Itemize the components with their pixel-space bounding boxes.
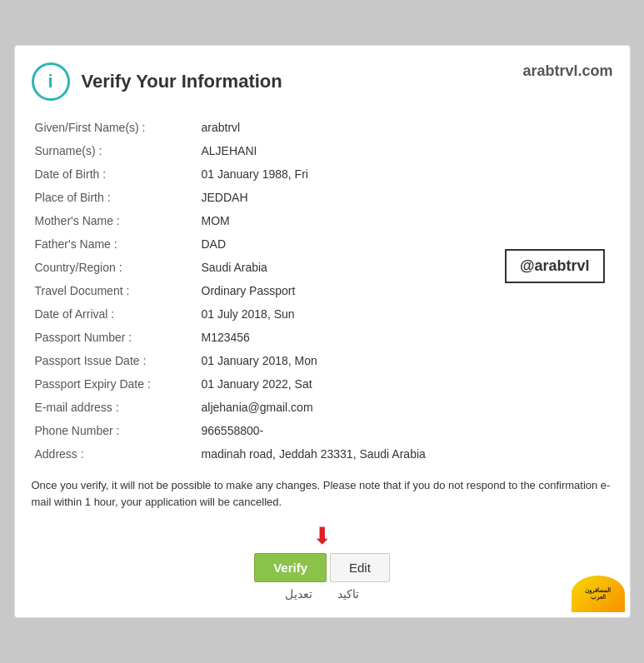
field-label: Place of Birth :	[32, 186, 198, 209]
edit-button[interactable]: Edit	[330, 553, 390, 582]
edit-arabic-label: تعديل	[285, 587, 312, 601]
verify-arabic-label: تاكيد	[337, 587, 359, 601]
field-label: Travel Document :	[32, 279, 198, 302]
verify-button[interactable]: Verify	[254, 553, 327, 582]
field-label: Passport Number :	[32, 326, 198, 349]
field-label: E-mail address :	[32, 396, 198, 419]
watermark-box: @arabtrvl	[505, 249, 605, 283]
field-label: Mother's Name :	[32, 209, 198, 232]
table-row: Mother's Name :MOM	[32, 209, 613, 232]
field-label: Phone Number :	[32, 419, 198, 442]
table-row: Date of Birth :01 January 1988, Fri	[32, 162, 613, 186]
field-value: arabtrvl	[198, 116, 480, 139]
field-value: madinah road, Jeddah 23331, Saudi Arabia	[198, 442, 480, 466]
field-value: Saudi Arabia	[198, 256, 480, 279]
table-row: E-mail address :aljehania@gmail.com	[32, 396, 613, 419]
field-label: Given/First Name(s) :	[32, 116, 198, 139]
table-row: Phone Number :966558800-	[32, 419, 613, 442]
field-label: Date of Arrival :	[32, 302, 198, 326]
table-row: Address :madinah road, Jeddah 23331, Sau…	[32, 442, 613, 466]
field-value: 01 January 2022, Sat	[198, 372, 480, 396]
field-value: MOM	[198, 209, 480, 232]
info-icon: i	[32, 62, 70, 101]
table-row: Given/First Name(s) :arabtrvl	[32, 116, 613, 139]
table-row: Passport Number :M123456	[32, 326, 613, 349]
action-buttons: Verify Edit	[254, 553, 390, 582]
field-label: Passport Issue Date :	[32, 349, 198, 372]
field-value: 01 July 2018, Sun	[198, 302, 480, 326]
watermark-top: arabtrvl.com	[522, 62, 612, 80]
field-value: M123456	[198, 326, 480, 349]
field-label: Date of Birth :	[32, 162, 198, 186]
field-label: Surname(s) :	[32, 139, 198, 162]
table-row: Place of Birth :JEDDAH	[32, 186, 613, 209]
arabic-labels: تاكيد تعديل	[285, 587, 359, 601]
field-value: JEDDAH	[198, 186, 480, 209]
footer-logo: المسافرونالعرب	[572, 576, 625, 612]
field-label: Father's Name :	[32, 232, 198, 256]
field-label: Country/Region :	[32, 256, 198, 279]
field-value: DAD	[198, 232, 480, 256]
field-label: Address :	[32, 442, 198, 466]
button-row: ⬇ Verify Edit تاكيد تعديل	[32, 525, 613, 601]
field-value: Ordinary Passport	[198, 279, 480, 302]
table-row: Date of Arrival :01 July 2018, Sun	[32, 302, 613, 326]
table-row: Passport Issue Date :01 January 2018, Mo…	[32, 349, 613, 372]
arrow-down-icon: ⬇	[312, 525, 332, 548]
table-row: Surname(s) :ALJEHANI	[32, 139, 613, 162]
field-value: 01 January 1988, Fri	[198, 162, 480, 186]
field-value: 01 January 2018, Mon	[198, 349, 480, 372]
field-value: aljehania@gmail.com	[198, 396, 480, 419]
table-row: Passport Expiry Date :01 January 2022, S…	[32, 372, 613, 396]
verify-card: arabtrvl.com i Verify Your Information G…	[14, 45, 631, 618]
field-value: 966558800-	[198, 419, 480, 442]
notice-text: Once you verify, it will not be possible…	[32, 477, 613, 510]
info-table: Given/First Name(s) :arabtrvlSurname(s) …	[32, 116, 613, 466]
page-title: Verify Your Information	[82, 71, 282, 92]
field-value: ALJEHANI	[198, 139, 480, 162]
field-label: Passport Expiry Date :	[32, 372, 198, 396]
